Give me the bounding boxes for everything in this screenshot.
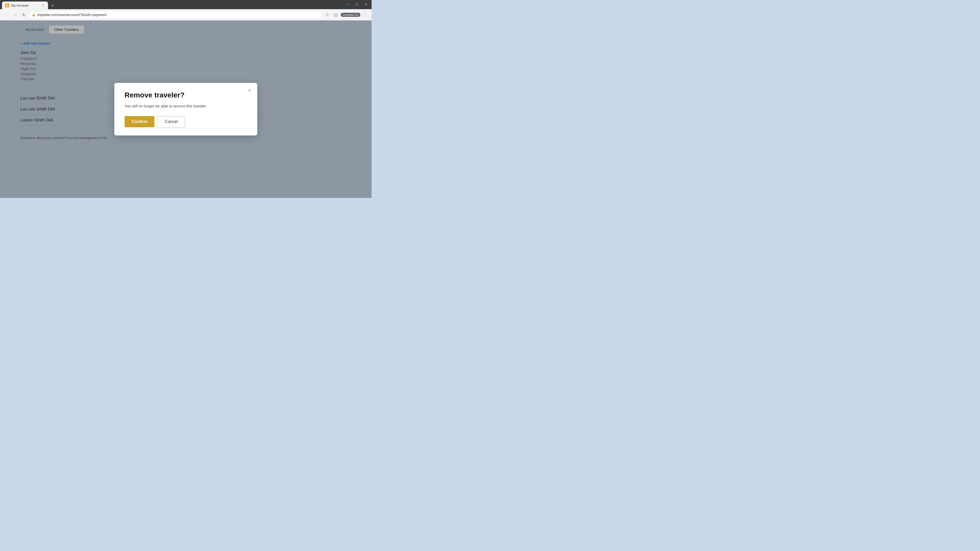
- refresh-button[interactable]: ↻: [20, 11, 27, 19]
- incognito-badge[interactable]: Incognito (2): [341, 13, 360, 17]
- close-window-button[interactable]: ✕: [362, 0, 369, 8]
- modal-body: You will no longer be able to access thi…: [124, 103, 247, 109]
- minimize-button[interactable]: ─: [345, 0, 352, 8]
- back-button[interactable]: ←: [3, 11, 10, 19]
- new-tab-button[interactable]: +: [49, 2, 56, 9]
- tab-title: My Account: [11, 3, 28, 7]
- lock-icon: 🔒: [32, 13, 36, 17]
- modal-overlay: × Remove traveler? You will no longer be…: [0, 21, 372, 198]
- bookmark-button[interactable]: ☆: [323, 11, 331, 19]
- address-bar[interactable]: 🔒 expedia.com/user/account/?&selc=paymen…: [29, 11, 322, 19]
- confirm-button[interactable]: Confirm: [124, 116, 154, 127]
- more-options-button[interactable]: ⋮: [361, 11, 369, 19]
- restore-button[interactable]: ⊡: [353, 0, 361, 8]
- modal-title: Remove traveler?: [124, 91, 247, 99]
- tab-close-button[interactable]: ×: [41, 3, 45, 7]
- page-content: My Account Other Travelers + Add new tra…: [0, 21, 372, 198]
- remove-traveler-modal: × Remove traveler? You will no longer be…: [115, 83, 257, 136]
- cancel-button[interactable]: Cancel: [158, 116, 185, 127]
- browser-tab[interactable]: E My Account ×: [2, 2, 48, 9]
- split-screen-button[interactable]: ⊡: [332, 11, 340, 19]
- modal-close-button[interactable]: ×: [246, 87, 253, 94]
- url-text: expedia.com/user/account/?&selc=payment: [37, 13, 107, 17]
- modal-actions: Confirm Cancel: [124, 116, 247, 127]
- tab-favicon: E: [5, 3, 9, 7]
- forward-button[interactable]: →: [11, 11, 19, 19]
